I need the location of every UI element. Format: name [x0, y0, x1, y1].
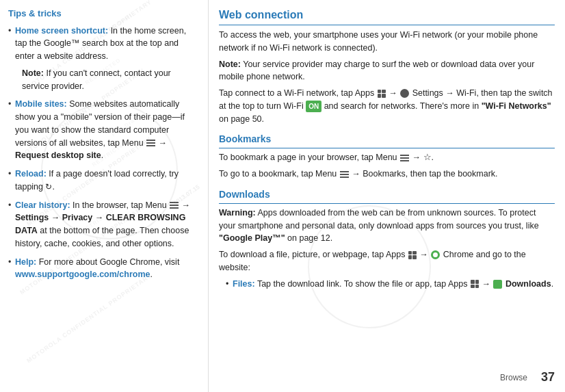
note-body: Your service provider may charge to surf… — [219, 60, 534, 82]
tap-wifi-paragraph: Tap connect to a Wi-Fi network, tap Apps… — [219, 87, 555, 125]
term-home-screen: Home screen shortcut: — [15, 26, 108, 36]
page-container: MOTOROLA CONFIDENTIAL PROPRIETARY MOTORO… — [0, 0, 565, 392]
list-item-files: Files: Tap the download link. To show th… — [226, 278, 555, 291]
warning-label: Warning: — [219, 208, 256, 218]
left-column: Tips & tricks Home screen shortcut: In t… — [0, 0, 209, 392]
download-p2: → — [419, 250, 430, 259]
downloads-label: Downloads — [505, 279, 551, 289]
files-period: . — [551, 279, 553, 289]
note-label: Note: — [22, 68, 44, 78]
settings-gear-icon — [400, 89, 409, 98]
apps-grid-icon-2 — [408, 251, 417, 259]
bookmarks-p1-text: To bookmark a page in your browser, tap … — [219, 153, 399, 162]
reload-icon: ↻ — [45, 181, 52, 193]
menu-icon-bookmarks2 — [340, 171, 349, 178]
note-text: If you can't connect, contact your servi… — [22, 68, 171, 91]
text-help: For more about Google Chrome, visit — [36, 257, 179, 267]
warning-text: Apps downloaded from the web can be from… — [219, 208, 539, 231]
files-term: Files: — [233, 279, 255, 289]
downloads-heading: Downloads — [219, 187, 555, 204]
tap-text-4: and search for networks. There's more in — [324, 101, 482, 111]
right-column: Web connection To access the web, your s… — [209, 0, 565, 392]
list-item-clear-history: Clear history: In the browser, tap Menu … — [8, 199, 200, 250]
bookmarks-p2b: → Bookmarks, then tap the bookmark. — [352, 169, 497, 179]
wifi-networks-text: "Wi-Fi Networks" — [482, 101, 551, 111]
bookmarks-star: → ☆. — [412, 153, 434, 162]
list-item-mobile-sites: Mobile sites: Some websites automaticall… — [8, 98, 200, 162]
web-connection-heading: Web connection — [219, 7, 555, 25]
tap-text-2: → — [389, 88, 399, 98]
warning-paragraph: Warning: Apps downloaded from the web ca… — [219, 207, 555, 245]
page-footer: Browse 37 — [500, 368, 555, 387]
term-mobile-sites: Mobile sites: — [15, 99, 67, 109]
warning-p2: on page 12. — [285, 233, 333, 243]
text-reload-period: . — [52, 182, 54, 192]
link-support: www.supportgoogle.com/chrome — [15, 270, 150, 279]
left-section-title: Tips & tricks — [8, 7, 200, 21]
bookmarks-p2: To go to a bookmark, tap Menu → Bookmark… — [219, 168, 555, 181]
browse-label: Browse — [500, 371, 527, 384]
downloads-folder-icon — [493, 280, 502, 289]
tips-list: Home screen shortcut: In the home screen… — [8, 25, 200, 282]
tap-text-5: on page 50. — [219, 114, 264, 124]
note-paragraph: Note: Your service provider may charge t… — [219, 58, 555, 84]
on-badge: ON — [306, 101, 321, 112]
term-help: Help: — [15, 257, 36, 267]
tap-text-1: Tap connect to a Wi-Fi network, tap Apps — [219, 88, 377, 98]
menu-icon-clear — [170, 202, 179, 209]
google-play-text: "Google Play™" — [219, 233, 285, 243]
web-connection-p1: To access the web, your smartphone uses … — [219, 29, 555, 55]
apps-grid-icon — [378, 90, 386, 98]
bookmarks-p2-text: To go to a bookmark, tap Menu — [219, 169, 339, 179]
page-number: 37 — [541, 368, 555, 387]
bookmarks-p1: To bookmark a page in your browser, tap … — [219, 151, 555, 164]
download-para: To download a file, picture, or webpage,… — [219, 248, 555, 274]
apps-grid-icon-3 — [471, 280, 479, 288]
menu-icon — [146, 140, 155, 146]
note-block-connect: Note: If you can't connect, contact your… — [22, 67, 200, 93]
period-help: . — [150, 270, 152, 279]
text-clear-history: In the browser, tap Menu — [70, 200, 170, 210]
term-clear-history: Clear history: — [15, 200, 70, 210]
list-item-help: Help: For more about Google Chrome, visi… — [8, 256, 200, 282]
term-reload: Reload: — [15, 169, 47, 179]
files-text: Tap the download link. To show the file … — [255, 279, 470, 289]
list-item-home-screen: Home screen shortcut: In the home screen… — [8, 25, 200, 93]
download-bullet-list: Files: Tap the download link. To show th… — [219, 278, 555, 291]
note-bold: Note: — [219, 60, 241, 69]
chrome-icon — [431, 250, 440, 259]
menu-icon-bookmarks — [400, 155, 409, 161]
bookmarks-heading: Bookmarks — [219, 132, 555, 148]
files-arrow: → — [482, 279, 492, 289]
list-item-reload: Reload: If a page doesn't load correctly… — [8, 168, 200, 194]
download-p1: To download a file, picture, or webpage,… — [219, 250, 408, 259]
